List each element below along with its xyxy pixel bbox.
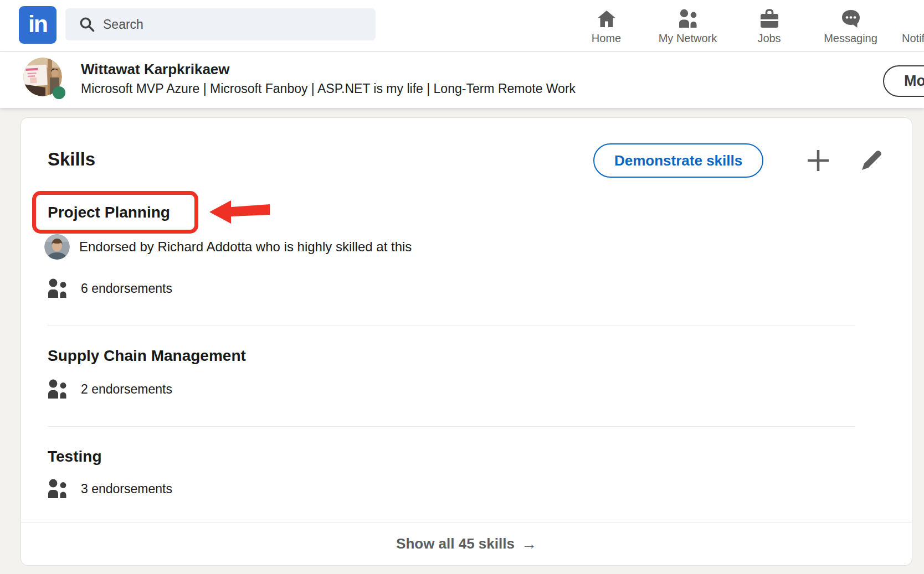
endorser-avatar[interactable]	[44, 234, 70, 260]
search-icon	[79, 16, 95, 33]
jobs-icon	[759, 7, 779, 30]
skill-divider	[48, 426, 855, 427]
skill-name-testing[interactable]: Testing	[48, 448, 101, 465]
endorsement-count-text: 6 endorsements	[81, 281, 172, 296]
home-icon	[597, 7, 617, 30]
notifications-icon	[922, 7, 924, 30]
nav-item-jobs[interactable]: Jobs	[728, 0, 810, 51]
endorsement-count-row[interactable]: 6 endorsements	[47, 278, 172, 298]
skill-name-supply-chain-management[interactable]: Supply Chain Management	[48, 347, 246, 364]
skill-name-project-planning[interactable]: Project Planning	[36, 204, 170, 221]
plus-icon	[806, 148, 830, 173]
endorsement-note-row: Endorsed by Richard Addotta who is highl…	[44, 234, 412, 260]
arrow-right-icon: →	[521, 535, 537, 553]
more-button[interactable]: More	[883, 65, 924, 97]
skills-card: Skills Demonstrate skills Project Planni…	[21, 118, 912, 565]
linkedin-logo[interactable]: in	[19, 6, 57, 44]
linkedin-logo-text: in	[28, 11, 47, 38]
profile-headline: Microsoft MVP Azure | Microsoft Fanboy |…	[81, 81, 576, 96]
nav-item-messaging[interactable]: Messaging	[810, 0, 891, 51]
endorsement-count-row[interactable]: 3 endorsements	[47, 479, 172, 499]
profile-avatar[interactable]	[23, 58, 62, 96]
show-all-skills-button[interactable]: Show all 45 skills →	[21, 522, 912, 565]
endorsement-count-row[interactable]: 2 endorsements	[47, 379, 172, 399]
endorsement-count-text: 2 endorsements	[81, 382, 172, 397]
nav-item-label: My Network	[659, 32, 717, 45]
messaging-icon	[841, 7, 861, 30]
show-all-skills-label: Show all 45 skills	[396, 535, 515, 552]
annotation-arrow-icon	[208, 199, 271, 225]
pencil-icon	[860, 149, 883, 172]
endorsers-icon	[47, 278, 69, 298]
presence-indicator	[53, 86, 65, 99]
demonstrate-skills-button[interactable]: Demonstrate skills	[593, 143, 763, 178]
my-network-icon	[677, 7, 699, 30]
skill-divider	[48, 325, 855, 325]
endorsement-count-text: 3 endorsements	[81, 482, 172, 497]
nav-item-notifications[interactable]: Notifications	[891, 0, 924, 51]
profile-name: Wittawat Karpkrikaew	[81, 61, 230, 78]
endorsers-icon	[47, 379, 69, 399]
nav-item-label: Messaging	[824, 32, 877, 45]
skills-section-title: Skills	[48, 149, 95, 170]
endorser-avatar-image	[44, 234, 70, 260]
nav-item-home[interactable]: Home	[566, 0, 647, 51]
nav-item-my-network[interactable]: My Network	[647, 0, 728, 51]
add-skill-button[interactable]	[805, 148, 831, 173]
nav-items: Home My Network	[566, 0, 924, 51]
annotation-highlight-box: Project Planning	[32, 191, 198, 234]
search-input[interactable]	[103, 17, 367, 32]
search-bar[interactable]	[65, 8, 376, 40]
edit-skills-button[interactable]	[859, 148, 884, 173]
top-nav-bar: in Home	[0, 0, 924, 51]
endorsers-icon	[47, 479, 69, 499]
nav-item-label: Home	[592, 32, 621, 45]
profile-summary-bar: Wittawat Karpkrikaew Microsoft MVP Azure…	[0, 52, 924, 108]
endorsement-note-text: Endorsed by Richard Addotta who is highl…	[79, 239, 412, 255]
nav-item-label: Jobs	[757, 32, 781, 45]
nav-item-label: Notifications	[902, 32, 924, 45]
